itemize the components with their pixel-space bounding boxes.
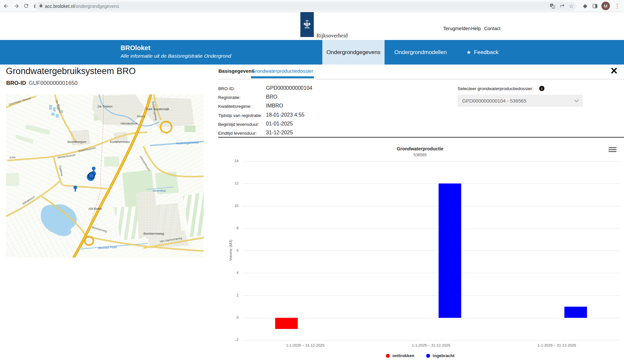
y-axis-tick: -2 bbox=[223, 338, 238, 342]
x-axis-label: 1-1-2025 – 31-12-2025 bbox=[388, 343, 474, 347]
share-icon[interactable] bbox=[558, 2, 566, 10]
map[interactable]: Drachtster HeaweiDe TriskenDe TriskenPar… bbox=[6, 94, 204, 258]
chart-bar-ingebracht[interactable] bbox=[564, 307, 587, 318]
tab-grondwaterproductiedossier[interactable]: Grondwaterproductiedossier bbox=[251, 68, 314, 74]
back-icon[interactable] bbox=[2, 2, 10, 10]
info-icon[interactable]: i bbox=[539, 86, 544, 91]
detail-row: Eindtijd levensduur:31-12-2025 bbox=[218, 129, 402, 138]
legend-dot bbox=[426, 354, 430, 358]
header-link-terugmelden[interactable]: Terugmelden bbox=[443, 26, 471, 31]
brand-title: BROloket bbox=[121, 44, 231, 52]
side-panel-icon[interactable] bbox=[591, 2, 599, 10]
chart-gridline bbox=[242, 273, 620, 273]
rijksoverheid-logo[interactable] bbox=[300, 12, 314, 37]
browser-chrome: acc.broloket.nl/ondergrondgegevens GA ☆ … bbox=[0, 0, 624, 12]
tab-basisgegevens[interactable]: Basisgegevens bbox=[218, 68, 254, 74]
main-nav: Ondergrondgegevens Ondergrondmodellen ★ … bbox=[322, 40, 508, 65]
map-label: Kortehemmen bbox=[110, 140, 130, 144]
nav-item-feedback[interactable]: ★ Feedback bbox=[457, 40, 508, 65]
logo-wordmark: Rijksoverheid bbox=[316, 32, 348, 39]
brand-tagline: Alle informatie uit de Basisregistratie … bbox=[121, 53, 231, 59]
section-divider bbox=[218, 137, 624, 138]
map-label: Krite bbox=[9, 155, 16, 159]
legend-dot bbox=[386, 354, 390, 358]
translate-icon[interactable]: GA bbox=[548, 2, 556, 10]
y-axis-tick: 8 bbox=[223, 226, 238, 230]
rijksoverheid-emblem bbox=[300, 12, 314, 37]
chart-gridline bbox=[242, 206, 620, 206]
extensions-icon[interactable] bbox=[581, 2, 589, 10]
lock-icon bbox=[39, 3, 43, 9]
active-tab-underline bbox=[251, 76, 314, 78]
url-bar[interactable]: acc.broloket.nl/ondergrondgegevens bbox=[35, 2, 576, 11]
dossier-select-label: Selecteer grondwaterproductiedossier: bbox=[458, 86, 533, 91]
chart-bar-ingebracht[interactable] bbox=[439, 183, 461, 318]
detail-row: Kwaliteitsregime:IMBRO bbox=[218, 102, 402, 111]
legend-item-onttrokken[interactable]: onttrokken bbox=[386, 353, 414, 358]
tab-divider bbox=[218, 79, 624, 79]
legend-item-ingebracht[interactable]: ingebracht bbox=[426, 353, 454, 358]
header-link-contact[interactable]: Contact bbox=[484, 26, 501, 31]
reload-icon[interactable] bbox=[22, 2, 30, 10]
site-header: Rijksoverheid Terugmelden Help Contact bbox=[0, 12, 624, 40]
bro-id-label: BRO-ID bbox=[6, 80, 26, 86]
detail-row: Tijdstip van registratie:18-01-2023 4:55 bbox=[218, 111, 402, 120]
x-axis-label: 1-1-2025 – 31-12-2025 bbox=[514, 343, 599, 347]
nav-item-ondergrondmodellen[interactable]: Ondergrondmodellen bbox=[385, 40, 457, 65]
legend-label: ingebracht bbox=[433, 353, 454, 358]
map-label: Mearsfeat bbox=[153, 189, 166, 192]
nav-item-ondergrondgegevens[interactable]: Ondergrondgegevens bbox=[322, 40, 385, 65]
brand: BROloket Alle informatie uit de Basisreg… bbox=[121, 44, 231, 59]
star-icon: ★ bbox=[466, 49, 471, 55]
primary-navbar: BROloket Alle informatie uit de Basisreg… bbox=[0, 40, 624, 65]
chart-gridline bbox=[242, 251, 620, 251]
detail-row: Begintijd levensduur:01-01-2025 bbox=[218, 120, 402, 129]
map-label: Ald Beets bbox=[88, 207, 102, 210]
y-axis-tick: 0 bbox=[223, 316, 238, 319]
chevron-down-icon bbox=[574, 99, 579, 103]
y-axis-tick: 4 bbox=[223, 271, 238, 275]
y-axis-tick: 10 bbox=[223, 204, 238, 208]
y-axis-tick: 6 bbox=[223, 248, 238, 252]
detail-row: Registratie:BRO bbox=[218, 93, 402, 102]
chart-gridline bbox=[242, 296, 620, 296]
profile-avatar[interactable]: M bbox=[601, 2, 610, 10]
y-axis-tick: 2 bbox=[223, 293, 238, 297]
map-label: Morra bbox=[137, 114, 145, 118]
forward-icon[interactable] bbox=[12, 2, 20, 10]
detail-row: BRO-ID:GPD000000000104 bbox=[218, 84, 402, 93]
bro-id-line: BRO-IDGUF000000001650 bbox=[6, 80, 78, 86]
chart-plot: 14121086420-21-1-2025 – 31-12-20251-1-20… bbox=[218, 141, 622, 364]
map-label: De Trisken bbox=[98, 105, 112, 108]
bro-id-value: GUF000000001650 bbox=[28, 80, 77, 86]
browser-menu-icon[interactable]: ⋮ bbox=[613, 2, 621, 10]
chart-gridline bbox=[242, 228, 620, 229]
chart-gridline bbox=[242, 183, 620, 184]
details-list: BRO-ID:GPD000000000104 Registratie:BRO K… bbox=[218, 84, 402, 138]
bookmark-star-icon[interactable]: ☆ bbox=[567, 2, 575, 10]
page-title: Grondwatergebruiksysteem BRO bbox=[6, 66, 136, 76]
map-label: Beetsterzwaag bbox=[143, 232, 164, 235]
legend-label: onttrokken bbox=[392, 353, 414, 358]
header-link-help[interactable]: Help bbox=[471, 26, 481, 31]
chart-bar-onttrokken[interactable] bbox=[275, 318, 298, 329]
svg-text:G: G bbox=[551, 4, 552, 6]
chart: Grondwaterproductie 536565 Volume (M3) 1… bbox=[218, 141, 622, 364]
map-label: Park Suydenwijk bbox=[146, 107, 169, 111]
chart-gridline bbox=[242, 318, 620, 318]
map-label: Himsterhout bbox=[121, 122, 138, 125]
chart-gridline bbox=[242, 161, 620, 162]
url-text: acc.broloket.nl/ondergrondgegevens bbox=[45, 4, 119, 9]
chart-gridline bbox=[242, 340, 620, 340]
chart-legend: onttrokkeningebracht bbox=[218, 353, 622, 358]
x-axis-label: 1-1-2025 – 31-12-2025 bbox=[263, 343, 348, 347]
dossier-select[interactable]: GPD000000000104 - 536565 bbox=[458, 95, 583, 107]
close-icon[interactable]: × bbox=[611, 65, 617, 77]
y-axis-tick: 12 bbox=[223, 181, 238, 185]
y-axis-tick: 14 bbox=[223, 159, 238, 163]
map-label: Boornbergum bbox=[67, 140, 86, 144]
